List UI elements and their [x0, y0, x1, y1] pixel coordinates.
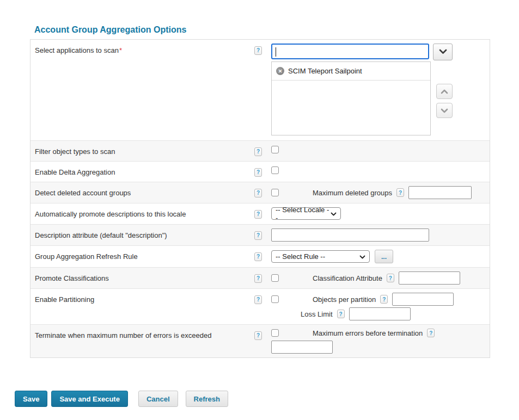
maximum-deleted-groups-input[interactable] [408, 186, 472, 199]
enable-partitioning-checkbox[interactable] [271, 295, 279, 303]
help-icon[interactable]: ? [254, 231, 262, 240]
move-down-button[interactable] [436, 103, 453, 118]
chevron-down-icon [441, 107, 448, 115]
row-terminate-on-errors: Terminate when maximum number of errors … [30, 325, 490, 357]
row-promote-classifications: Promote Classifications ? Classification… [30, 268, 490, 289]
row-refresh-rule: Group Aggregation Refresh Rule ? -- Sele… [30, 246, 490, 268]
objects-per-partition-input[interactable] [392, 293, 454, 306]
row-promote-descriptions-locale: Automatically promote descriptions to th… [30, 203, 490, 225]
promote-classifications-checkbox[interactable] [271, 274, 279, 282]
inline-label-classification-attribute: Classification Attribute [313, 274, 382, 282]
save-button[interactable]: Save [15, 391, 47, 407]
row-label: Enable Delta Aggregation [35, 168, 115, 176]
save-and-execute-button[interactable]: Save and Execute [51, 391, 128, 407]
move-up-button[interactable] [436, 84, 453, 99]
locale-select-value: -- Select Locale -- [276, 206, 331, 222]
terminate-on-errors-checkbox[interactable] [271, 329, 279, 337]
help-icon[interactable]: ? [254, 331, 262, 340]
help-icon[interactable]: ? [387, 274, 394, 282]
row-enable-partitioning: Enable Partitioning ? Objects per partit… [30, 289, 490, 325]
maximum-errors-input[interactable] [271, 341, 333, 354]
application-search-input[interactable] [272, 45, 428, 58]
action-button-bar: Save Save and Execute Cancel Refresh [15, 391, 228, 407]
help-icon[interactable]: ? [396, 188, 404, 197]
application-dropdown-button[interactable] [433, 44, 453, 60]
row-label: Terminate when maximum number of errors … [35, 331, 211, 339]
refresh-button[interactable]: Refresh [186, 391, 228, 407]
help-icon[interactable]: ? [380, 295, 388, 304]
filter-object-types-checkbox[interactable] [271, 146, 279, 153]
inline-label-objects-per-partition: Objects per partition [313, 295, 376, 304]
classification-attribute-input[interactable] [399, 271, 460, 285]
chevron-up-icon [441, 88, 448, 96]
chevron-down-icon [359, 252, 365, 261]
help-icon[interactable]: ? [254, 189, 262, 197]
text-caret [276, 47, 276, 57]
inline-label-maximum-deleted-groups: Maximum deleted groups [313, 189, 392, 197]
row-label: Filter object types to scan [35, 147, 115, 156]
row-label: Description attribute (default "descript… [35, 231, 167, 239]
list-item[interactable]: ✕ SCIM Teleport Sailpoint [272, 62, 430, 81]
help-icon[interactable]: ? [254, 252, 262, 261]
row-description-attribute: Description attribute (default "descript… [30, 225, 490, 246]
row-detect-deleted-groups: Detect deleted account groups ? Maximum … [30, 182, 490, 203]
detect-deleted-groups-checkbox[interactable] [271, 189, 279, 196]
help-icon[interactable]: ? [254, 210, 262, 219]
application-name: SCIM Teleport Sailpoint [288, 67, 362, 75]
browse-rule-button[interactable]: ... [375, 250, 393, 263]
help-icon[interactable]: ? [254, 147, 262, 156]
cancel-button[interactable]: Cancel [138, 391, 178, 407]
chevron-down-icon [439, 48, 447, 56]
row-select-applications: Select applications to scan* ? ✕ [30, 40, 490, 141]
row-label: Group Aggregation Refresh Rule [35, 252, 138, 261]
row-label: Automatically promote descriptions to th… [35, 210, 186, 218]
application-search-field [271, 44, 429, 59]
options-table: Select applications to scan* ? ✕ [30, 39, 490, 358]
page-title: Account Group Aggregation Options [34, 25, 186, 35]
help-icon[interactable]: ? [254, 295, 262, 304]
help-icon[interactable]: ? [254, 168, 262, 177]
enable-delta-aggregation-checkbox[interactable] [271, 166, 279, 174]
account-group-aggregation-page: Account Group Aggregation Options Select… [0, 0, 519, 420]
help-icon[interactable]: ? [337, 310, 345, 318]
description-attribute-input[interactable] [271, 228, 429, 242]
help-icon[interactable]: ? [254, 274, 262, 283]
row-label: Select applications to scan [35, 46, 119, 54]
refresh-rule-select[interactable]: -- Select Rule -- [271, 250, 370, 263]
loss-limit-input[interactable] [349, 307, 411, 320]
remove-application-icon[interactable]: ✕ [276, 67, 284, 75]
locale-select[interactable]: -- Select Locale -- [271, 207, 341, 220]
row-enable-delta-aggregation: Enable Delta Aggregation ? [30, 162, 490, 182]
selected-applications-list[interactable]: ✕ SCIM Teleport Sailpoint [271, 61, 431, 135]
row-label: Promote Classifications [35, 274, 109, 282]
help-icon[interactable]: ? [254, 46, 262, 55]
inline-label-maximum-errors: Maximum errors before termination [313, 329, 423, 337]
chevron-down-icon [331, 209, 337, 218]
row-label: Detect deleted account groups [35, 189, 131, 197]
help-icon[interactable]: ? [427, 329, 435, 337]
row-label: Enable Partitioning [35, 295, 94, 304]
required-asterisk: * [119, 46, 122, 54]
refresh-rule-select-value: -- Select Rule -- [276, 252, 325, 261]
row-filter-object-types: Filter object types to scan ? [30, 141, 490, 162]
inline-label-loss-limit: Loss Limit [301, 310, 333, 318]
